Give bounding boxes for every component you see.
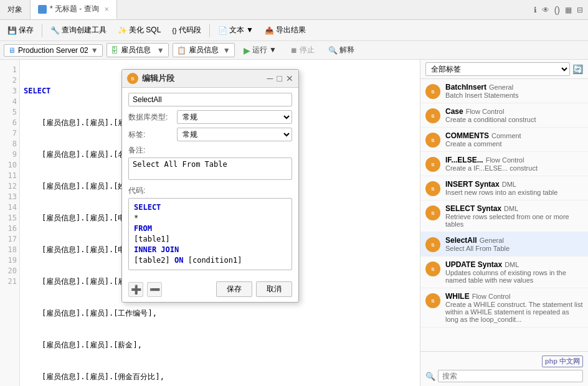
beautify-icon: ✨: [118, 26, 127, 35]
tag-select-modal[interactable]: 常规: [177, 128, 292, 141]
note-textarea[interactable]: Select All From Table: [128, 158, 292, 180]
refresh-icon[interactable]: 🔄: [572, 64, 583, 74]
code-line-9: [雇员信息].[雇员].[薪金],: [24, 340, 416, 351]
snippet-item-update[interactable]: S UPDATE SyntaxDML Updates columns of ex…: [420, 257, 588, 288]
db-bar: 🖥 Production Server 02 ▼ 🗄 雇员信息 ▼ 📋 雇员信息…: [0, 41, 588, 60]
snippet-title-comments: COMMENTS: [445, 131, 489, 140]
remove-snippet-icon[interactable]: ➖: [147, 282, 162, 297]
toolbar-sep2: [209, 24, 210, 37]
snippet-search-input[interactable]: [438, 370, 583, 382]
tab-query[interactable]: * 无标题 - 查询 ×: [31, 0, 117, 19]
save-button[interactable]: 💾 保存: [2, 22, 39, 38]
db2-arrow: ▼: [223, 46, 230, 55]
db2-select[interactable]: 📋 雇员信息 ▼: [173, 43, 235, 57]
export-icon: 📤: [265, 26, 274, 35]
tab-objects-label: 对象: [7, 4, 22, 15]
snippet-tag-comments: Comment: [491, 132, 521, 139]
toolbar: 💾 保存 🔧 查询创建工具 ✨ 美化 SQL {} 代码段 📄 文本 ▼ 📤 导…: [0, 20, 588, 41]
db-type-select[interactable]: 常规: [177, 110, 292, 124]
code-box[interactable]: SELECT * FROM [table1] INNER JOIN [table…: [128, 198, 292, 270]
tag-label: 标签:: [128, 129, 173, 140]
query-builder-icon: 🔧: [50, 26, 60, 35]
code-line-10: [雇员信息].[雇员].[佣金百分比],: [24, 372, 416, 382]
snippet-list: S BatchInsertGeneral Batch Insert Statem…: [420, 79, 588, 351]
add-snippet-icon[interactable]: ➕: [128, 282, 143, 297]
db-type-label: 数据库类型:: [128, 112, 173, 123]
db-type-row: 数据库类型: 常规: [128, 110, 292, 124]
snippet-name-input[interactable]: [128, 93, 292, 106]
stop-label: 停止: [300, 45, 315, 55]
server-arrow: ▼: [91, 46, 98, 55]
braces-icon[interactable]: (): [554, 5, 560, 15]
snippet-text-ifelse: IF...ELSE...Flow Control Create a IF...E…: [445, 156, 538, 172]
save-icon: 💾: [7, 26, 17, 35]
snippet-item-ifelse[interactable]: S IF...ELSE...Flow Control Create a IF..…: [420, 152, 588, 176]
query-builder-button[interactable]: 🔧 查询创建工具: [45, 22, 111, 38]
run-icon: ▶: [244, 45, 250, 55]
run-button[interactable]: ▶ 运行 ▼: [239, 44, 282, 57]
snippet-icon-while: S: [425, 293, 440, 308]
snippet-desc-comments: Create a comment: [445, 140, 521, 148]
stop-button[interactable]: ⏹ 停止: [285, 44, 320, 57]
code-row: 代码: SELECT * FROM [table1] INNER JOIN [t…: [128, 186, 292, 270]
search-glass-icon: 🔍: [425, 372, 435, 381]
snippet-item-case[interactable]: S CaseFlow Control Create a conditional …: [420, 103, 588, 128]
snippet-desc-insert: Insert new rows into an existing table: [445, 189, 557, 196]
footer-icons: ➕ ➖: [128, 282, 162, 297]
snippet-tag-insert: DML: [502, 181, 516, 188]
minimize-icon[interactable]: ─: [267, 73, 273, 83]
code-block-button[interactable]: {} 代码段: [167, 22, 206, 38]
snippet-tag-case: Flow Control: [466, 108, 505, 115]
stop-icon: ⏹: [290, 46, 298, 55]
db1-icon: 🗄: [111, 46, 118, 55]
server-select[interactable]: 🖥 Production Server 02 ▼: [4, 44, 103, 57]
snippet-desc-select-all: Select All From Table: [445, 245, 510, 252]
snippet-tag-update: DML: [505, 261, 519, 268]
snippet-item-comments[interactable]: S COMMENTSComment Create a comment: [420, 128, 588, 152]
snippet-title-select-all: SelectAll: [445, 236, 477, 245]
beautify-button[interactable]: ✨ 美化 SQL: [113, 22, 166, 38]
explain-icon: 🔍: [328, 46, 338, 55]
snippet-text-insert: INSERT SyntaxDML Insert new rows into an…: [445, 180, 557, 196]
snippet-tag-while: Flow Control: [472, 293, 511, 300]
php-logo: php 中文网: [542, 355, 583, 367]
snippet-icon-update: S: [425, 261, 440, 276]
modal-cancel-button[interactable]: 取消: [256, 281, 292, 297]
modal-save-button[interactable]: 保存: [216, 281, 252, 297]
snippet-item-while[interactable]: S WHILEFlow Control Create a WHILE const…: [420, 288, 588, 327]
snippet-text-select-syntax: SELECT SyntaxDML Retrieve rows selected …: [445, 204, 583, 228]
code-block-icon: {}: [172, 27, 176, 34]
db1-select[interactable]: 🗄 雇员信息 ▼: [107, 43, 169, 57]
snippet-icon-case: S: [425, 108, 440, 123]
eye-icon[interactable]: 👁: [542, 6, 549, 14]
tab-objects[interactable]: 对象: [0, 0, 31, 19]
tag-filter-select[interactable]: 全部标签: [425, 62, 570, 76]
snippet-text-update: UPDATE SyntaxDML Updates columns of exis…: [445, 260, 583, 284]
snippet-item-select-all[interactable]: S SelectAllGeneral Select All From Table: [420, 232, 588, 257]
text-button[interactable]: 📄 文本 ▼: [213, 22, 258, 38]
snippet-item-batch-insert[interactable]: S BatchInsertGeneral Batch Insert Statem…: [420, 79, 588, 103]
maximize-icon[interactable]: □: [277, 73, 282, 83]
info-icon[interactable]: ℹ: [534, 6, 537, 14]
snippet-text-batch: BatchInsertGeneral Batch Insert Statemen…: [445, 83, 518, 99]
snippet-item-select-syntax[interactable]: S SELECT SyntaxDML Retrieve rows selecte…: [420, 200, 588, 232]
run-label: 运行 ▼: [252, 45, 277, 55]
query-tab-icon: [38, 5, 47, 14]
db1-arrow: ▼: [157, 46, 164, 55]
explain-button[interactable]: 🔍 解释: [323, 44, 359, 57]
code-line-8: [雇员信息].[雇员].[工作编号],: [24, 308, 416, 319]
name-row: [128, 93, 292, 106]
modal-close-icon[interactable]: ✕: [286, 73, 293, 83]
grid-icon[interactable]: ▦: [565, 6, 572, 14]
snippet-title-insert: INSERT Syntax: [445, 180, 500, 189]
snippet-title-while: WHILE: [445, 292, 470, 301]
snippet-desc-update: Updates columns of existing rows in the …: [445, 269, 583, 284]
export-button[interactable]: 📤 导出结果: [260, 22, 311, 38]
snippet-item-insert[interactable]: S INSERT SyntaxDML Insert new rows into …: [420, 176, 588, 200]
snippet-icon-batch: S: [425, 84, 440, 99]
modal-body: 数据库类型: 常规 标签: 常规 备注: Select All From Tab…: [122, 88, 298, 279]
db2-label: 雇员信息: [189, 45, 219, 55]
snippet-tag-select-syntax: DML: [504, 205, 518, 212]
close-icon[interactable]: ×: [105, 5, 109, 14]
settings-icon[interactable]: ⊟: [577, 6, 583, 14]
